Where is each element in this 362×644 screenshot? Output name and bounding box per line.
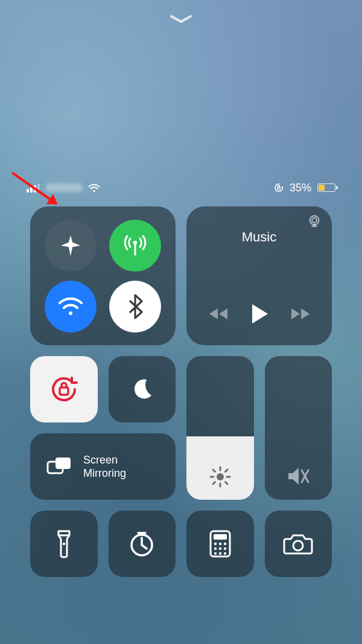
bluetooth-icon bbox=[127, 294, 143, 319]
svg-rect-5 bbox=[60, 387, 68, 395]
svg-point-14 bbox=[219, 543, 221, 545]
media-playback-group[interactable]: Music bbox=[186, 206, 332, 345]
svg-point-18 bbox=[224, 547, 226, 550]
svg-point-17 bbox=[219, 547, 221, 550]
svg-point-19 bbox=[214, 552, 217, 555]
dismiss-chevron[interactable] bbox=[168, 13, 194, 25]
carrier-label bbox=[46, 183, 82, 192]
camera-button[interactable] bbox=[265, 511, 332, 577]
camera-icon bbox=[282, 532, 314, 556]
calculator-button[interactable] bbox=[186, 511, 254, 577]
svg-point-8 bbox=[217, 473, 224, 480]
screen-mirroring-label: Screen Mirroring bbox=[83, 453, 126, 480]
wifi-toggle[interactable] bbox=[45, 281, 97, 333]
orientation-lock-status-icon bbox=[274, 183, 284, 193]
battery-icon bbox=[317, 183, 335, 192]
bluetooth-toggle[interactable] bbox=[109, 281, 161, 333]
media-title-label: Music bbox=[242, 229, 276, 245]
fast-forward-button[interactable] bbox=[290, 307, 311, 321]
moon-icon bbox=[129, 376, 155, 403]
battery-percent-label: 35% bbox=[290, 182, 311, 194]
cellular-antenna-icon bbox=[121, 232, 149, 260]
brightness-icon bbox=[209, 466, 231, 488]
flashlight-icon bbox=[56, 529, 72, 559]
svg-rect-12 bbox=[214, 534, 227, 540]
chevron-down-icon bbox=[170, 14, 192, 24]
svg-rect-1 bbox=[278, 187, 280, 190]
svg-point-21 bbox=[224, 552, 226, 555]
screen-mirroring-button[interactable]: Screen Mirroring bbox=[30, 433, 176, 500]
do-not-disturb-toggle[interactable] bbox=[109, 356, 176, 422]
svg-point-4 bbox=[312, 218, 317, 223]
orientation-lock-toggle[interactable] bbox=[30, 356, 98, 422]
svg-point-15 bbox=[224, 543, 226, 545]
svg-point-16 bbox=[214, 547, 217, 550]
calculator-icon bbox=[209, 529, 232, 558]
volume-slider[interactable] bbox=[265, 356, 332, 500]
wifi-icon bbox=[88, 183, 100, 193]
screen-mirroring-icon bbox=[46, 456, 72, 477]
svg-rect-7 bbox=[56, 457, 71, 469]
svg-point-9 bbox=[63, 543, 65, 545]
flashlight-button[interactable] bbox=[30, 511, 98, 577]
timer-icon bbox=[128, 530, 156, 558]
svg-point-22 bbox=[293, 541, 303, 550]
status-bar: 35% bbox=[0, 181, 362, 194]
brightness-slider[interactable] bbox=[186, 356, 254, 500]
volume-mute-icon bbox=[286, 465, 310, 488]
connectivity-group[interactable] bbox=[30, 206, 176, 345]
wifi-icon bbox=[56, 295, 85, 319]
play-button[interactable] bbox=[250, 303, 269, 325]
svg-point-20 bbox=[219, 552, 221, 555]
rewind-button[interactable] bbox=[208, 307, 229, 321]
airplay-icon[interactable] bbox=[306, 215, 322, 228]
svg-point-13 bbox=[214, 543, 217, 545]
cellular-data-toggle[interactable] bbox=[109, 220, 161, 272]
airplane-icon bbox=[58, 233, 83, 258]
orientation-lock-icon bbox=[47, 372, 81, 406]
timer-button[interactable] bbox=[109, 511, 176, 577]
airplane-mode-toggle[interactable] bbox=[45, 220, 97, 272]
